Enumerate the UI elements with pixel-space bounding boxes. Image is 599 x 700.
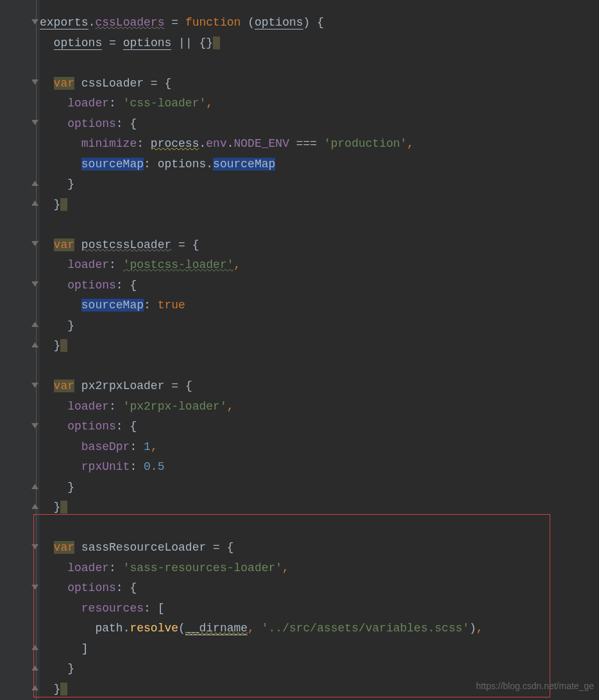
token-cssLoaders: cssLoaders: [95, 16, 164, 29]
svg-marker-1: [31, 79, 38, 85]
token-assign: =: [171, 379, 178, 392]
token-string: 'postcss-loader': [123, 258, 234, 271]
token-colon: :: [116, 279, 123, 292]
token-comma: ,: [477, 622, 484, 635]
token-paren: ): [469, 622, 477, 635]
fold-icon[interactable]: [31, 78, 39, 86]
token-dot: .: [227, 137, 234, 150]
token-string: 'px2rpx-loader': [123, 400, 227, 413]
fold-close-icon[interactable]: [31, 663, 39, 672]
token-baseDpr: baseDpr: [81, 440, 130, 453]
token-resolve: resolve: [130, 622, 178, 635]
token-colon: :: [137, 137, 144, 150]
token-options: options: [67, 581, 116, 594]
token-brace: }: [67, 662, 74, 675]
caret-block: [60, 339, 67, 352]
token-loader: loader: [67, 97, 109, 110]
token-comma: ,: [233, 258, 240, 271]
token-assign: =: [171, 16, 178, 29]
token-colon: :: [144, 602, 151, 615]
token-colon: :: [116, 581, 123, 594]
token-sourceMap-highlighted: sourceMap: [81, 299, 144, 312]
token-brace: {: [130, 581, 137, 594]
gutter: [0, 0, 40, 700]
fold-icon[interactable]: [31, 583, 39, 591]
fold-icon[interactable]: [31, 118, 39, 126]
svg-marker-3: [31, 181, 38, 186]
token-colon: :: [109, 258, 116, 271]
token-colon: :: [130, 460, 137, 473]
token-number: 0.5: [144, 460, 164, 473]
svg-marker-0: [31, 19, 38, 24]
fold-icon[interactable]: [31, 239, 39, 247]
token-brace: }: [54, 198, 61, 211]
svg-marker-4: [31, 201, 38, 206]
token-comma: ,: [282, 562, 289, 574]
fold-close-icon[interactable]: [31, 482, 39, 490]
svg-marker-8: [31, 342, 38, 347]
token-comma: ,: [151, 440, 158, 453]
token-brace: {: [192, 238, 199, 251]
code-editor[interactable]: exports.cssLoaders = function (options) …: [40, 13, 483, 699]
token-options: options: [123, 37, 172, 50]
svg-marker-7: [31, 322, 38, 327]
token-brace: {: [227, 541, 234, 554]
fold-close-icon[interactable]: [31, 199, 39, 207]
fold-close-icon[interactable]: [31, 340, 39, 349]
token-brace: {: [130, 279, 137, 292]
token-options: options: [67, 279, 116, 292]
svg-marker-17: [31, 685, 38, 690]
fold-icon[interactable]: [31, 279, 39, 288]
token-string: '../src/assets/variables.scss': [262, 622, 469, 635]
svg-marker-13: [31, 544, 38, 549]
token-brace: {}: [199, 37, 214, 49]
fold-icon[interactable]: [31, 542, 39, 551]
token-minimize: minimize: [81, 137, 137, 150]
token-assign: =: [178, 238, 185, 251]
token-sourceMap-highlighted: sourceMap: [213, 158, 275, 171]
token-assign: =: [213, 541, 220, 554]
token-process: process: [151, 137, 199, 150]
fold-icon[interactable]: [31, 421, 39, 429]
fold-guide-line: [36, 0, 37, 700]
token-comma: ,: [407, 137, 414, 150]
caret-block: [60, 501, 67, 513]
fold-close-icon[interactable]: [31, 179, 39, 187]
svg-marker-12: [31, 504, 38, 509]
svg-marker-10: [31, 423, 38, 428]
fold-icon[interactable]: [31, 17, 39, 26]
token-sourceMap-highlighted: sourceMap: [81, 158, 144, 171]
caret-block: [60, 198, 67, 211]
token-cssLoader: cssLoader: [81, 77, 144, 90]
token-bracket: ]: [81, 642, 89, 655]
token-comma: ,: [206, 97, 213, 110]
token-comma: ,: [227, 400, 234, 413]
token-options: options: [255, 16, 303, 29]
caret-block: [60, 683, 67, 696]
token-dirname: __dirname: [185, 622, 248, 635]
token-brace: }: [67, 178, 74, 190]
fold-close-icon[interactable]: [31, 643, 39, 651]
fold-close-icon[interactable]: [31, 683, 39, 692]
token-dot: .: [206, 158, 213, 171]
svg-marker-5: [31, 241, 38, 246]
token-resources: resources: [81, 602, 144, 615]
token-brace: {: [317, 16, 324, 29]
svg-marker-2: [31, 120, 38, 125]
token-assign: =: [109, 37, 116, 49]
fold-close-icon[interactable]: [31, 320, 39, 328]
svg-marker-11: [31, 484, 38, 489]
token-colon: :: [109, 400, 116, 413]
token-function: function: [185, 16, 240, 29]
token-colon: :: [109, 97, 116, 110]
fold-close-icon[interactable]: [31, 502, 39, 510]
token-comma: ,: [248, 622, 255, 635]
token-colon: :: [109, 562, 116, 574]
token-eqeqeq: ===: [296, 137, 317, 150]
token-options: options: [67, 117, 116, 130]
fold-icon[interactable]: [31, 381, 39, 389]
token-brace: {: [130, 420, 137, 433]
token-options: options: [54, 37, 103, 50]
token-paren: (: [248, 16, 255, 29]
token-var: var: [54, 238, 74, 251]
